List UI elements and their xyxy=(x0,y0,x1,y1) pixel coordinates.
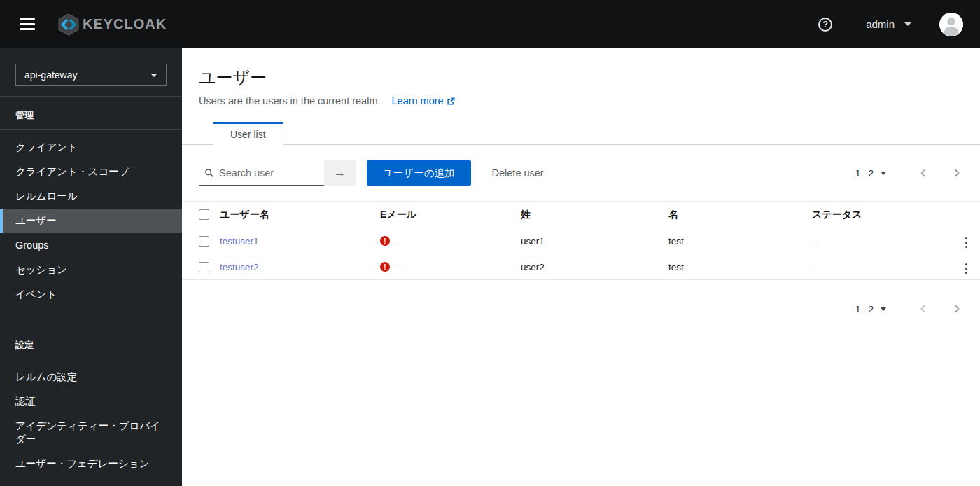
chevron-left-icon xyxy=(920,304,927,314)
pagination-top: 1 - 2 xyxy=(855,165,963,181)
help-icon[interactable]: ? xyxy=(818,18,832,32)
last-name-value: user1 xyxy=(521,228,668,254)
pagination-range-label: 1 - 2 xyxy=(855,168,874,179)
pagination-range-dropdown[interactable]: 1 - 2 xyxy=(855,168,886,179)
pagination-next-button[interactable] xyxy=(951,165,963,181)
email-value: – xyxy=(396,262,401,272)
user-menu-dropdown[interactable]: admin xyxy=(866,18,911,30)
sidebar-item-clients[interactable]: クライアント xyxy=(0,135,182,160)
sidebar-item-groups[interactable]: Groups xyxy=(0,233,182,258)
sidebar-item-client-scopes[interactable]: クライアント・スコープ xyxy=(0,160,182,184)
caret-down-icon xyxy=(881,172,886,175)
pagination-prev-button[interactable] xyxy=(917,165,930,181)
tab-bar: User list xyxy=(182,122,980,145)
table-row: testuser2 ! – user2 test – xyxy=(182,254,980,280)
last-name-value: user2 xyxy=(521,254,668,280)
search-group: → xyxy=(199,160,356,186)
chevron-right-icon xyxy=(953,304,960,314)
section-title-manage: 管理 xyxy=(0,105,182,129)
sidebar-item-realm-settings[interactable]: レルムの設定 xyxy=(0,365,182,389)
sidebar-item-users[interactable]: ユーザー xyxy=(0,209,182,233)
column-header-username[interactable]: ユーザー名 xyxy=(220,202,380,228)
user-link[interactable]: testuser1 xyxy=(220,236,259,247)
avatar[interactable] xyxy=(939,13,963,36)
sidebar-section-manage: 管理 クライアント クライアント・スコープ レルムロール ユーザー Groups… xyxy=(0,97,182,307)
first-name-value: test xyxy=(668,254,812,280)
pagination-range-dropdown[interactable]: 1 - 2 xyxy=(855,304,886,314)
caret-down-icon xyxy=(881,307,886,311)
pagination-next-button[interactable] xyxy=(951,301,963,317)
top-navbar: KEYCLOAK ? admin xyxy=(0,0,980,48)
learn-more-link[interactable]: Learn more xyxy=(392,95,456,106)
kebab-menu-icon[interactable] xyxy=(961,261,972,277)
user-link[interactable]: testuser2 xyxy=(220,262,259,272)
users-table: ユーザー名 Eメール 姓 名 ステータス testuser1 ! – xyxy=(182,201,980,280)
table-row: testuser1 ! – user1 test – xyxy=(182,228,980,254)
first-name-value: test xyxy=(668,228,812,254)
tab-user-list[interactable]: User list xyxy=(213,122,284,145)
realm-selector[interactable]: api-gateway xyxy=(15,64,167,86)
column-header-status[interactable]: ステータス xyxy=(812,202,952,228)
page-title: ユーザー xyxy=(199,67,963,89)
sidebar: api-gateway 管理 クライアント クライアント・スコープ レルムロール… xyxy=(0,48,182,486)
delete-user-button[interactable]: Delete user xyxy=(492,167,544,179)
keycloak-logo-icon xyxy=(56,13,81,36)
email-value: – xyxy=(396,236,401,247)
sidebar-item-identity-providers[interactable]: アイデンティティー・プロバイダー xyxy=(0,414,182,452)
search-submit-button[interactable]: → xyxy=(324,160,356,186)
exclamation-circle-icon: ! xyxy=(380,236,390,246)
sidebar-item-sessions[interactable]: セッション xyxy=(0,258,182,282)
external-link-icon xyxy=(447,97,456,106)
pagination-bottom: 1 - 2 xyxy=(855,301,963,317)
search-icon xyxy=(204,168,214,178)
status-value: – xyxy=(812,228,952,254)
chevron-left-icon xyxy=(920,168,927,178)
column-header-first-name[interactable]: 名 xyxy=(668,202,812,228)
pagination-prev-button[interactable] xyxy=(917,301,930,317)
section-title-configure: 設定 xyxy=(0,335,182,359)
toolbar: → ユーザーの追加 Delete user 1 - 2 xyxy=(182,145,980,201)
chevron-right-icon xyxy=(953,168,960,178)
search-input[interactable] xyxy=(219,167,318,179)
keycloak-logo[interactable]: KEYCLOAK xyxy=(56,13,167,36)
table-header-row: ユーザー名 Eメール 姓 名 ステータス xyxy=(182,202,980,228)
realm-name: api-gateway xyxy=(24,69,78,81)
sidebar-item-authentication[interactable]: 認証 xyxy=(0,389,182,414)
column-header-email[interactable]: Eメール xyxy=(380,202,521,228)
column-header-last-name[interactable]: 姓 xyxy=(521,202,668,228)
chevron-down-icon xyxy=(150,74,158,77)
select-all-checkbox[interactable] xyxy=(199,209,209,220)
pagination-range-label: 1 - 2 xyxy=(855,304,874,314)
sidebar-item-user-federation[interactable]: ユーザー・フェデレーション xyxy=(0,452,182,476)
username-label: admin xyxy=(866,18,895,30)
main-content: ユーザー Users are the users in the current … xyxy=(182,48,980,486)
status-value: – xyxy=(812,254,952,280)
chevron-down-icon xyxy=(904,22,911,26)
row-checkbox[interactable] xyxy=(199,262,209,272)
add-user-button[interactable]: ユーザーの追加 xyxy=(367,160,471,186)
menu-icon[interactable] xyxy=(14,13,41,36)
exclamation-circle-icon: ! xyxy=(380,262,390,272)
arrow-right-icon: → xyxy=(334,166,346,180)
brand-text: KEYCLOAK xyxy=(83,16,167,32)
sidebar-item-events[interactable]: イベント xyxy=(0,282,182,307)
kebab-menu-icon[interactable] xyxy=(961,235,972,251)
sidebar-item-realm-roles[interactable]: レルムロール xyxy=(0,184,182,209)
row-checkbox[interactable] xyxy=(199,236,209,247)
page-description: Users are the users in the current realm… xyxy=(199,95,381,106)
sidebar-section-configure: 設定 レルムの設定 認証 アイデンティティー・プロバイダー ユーザー・フェデレー… xyxy=(0,326,182,476)
